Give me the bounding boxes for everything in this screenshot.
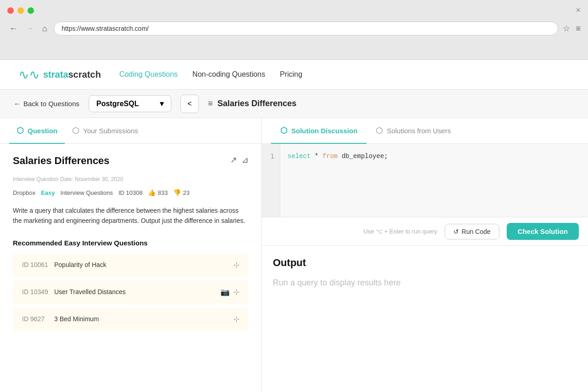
question-content: Salaries Differences ↗ ⊿ Interview Quest… — [0, 144, 261, 346]
question-title-text: Salaries Differences — [217, 99, 296, 108]
card-id: ID 9627 — [22, 315, 54, 323]
right-panel-tabs: ⬡ Solution Discussion ⬡ Solutions from U… — [262, 118, 588, 144]
card-name: Popularity of Hack — [54, 261, 233, 268]
close-traffic-light[interactable] — [7, 7, 14, 14]
left-panel-tabs: ⬡ Question ⬡ Your Submissions — [0, 118, 261, 144]
right-panel: ⬡ Solution Discussion ⬡ Solutions from U… — [262, 118, 588, 392]
question-description: Write a query that calculates the differ… — [13, 205, 249, 226]
thumbdown-icon[interactable]: 👎 — [173, 189, 181, 196]
star-icon[interactable]: ☆ — [563, 23, 570, 34]
site-header: ∿∿ stratascratch Coding Questions Non-co… — [0, 60, 588, 90]
keyword-select: select — [288, 153, 311, 160]
site-nav: Coding Questions Non-coding Questions Pr… — [119, 70, 302, 79]
user-solutions-tab-label: Solutions from Users — [387, 127, 451, 135]
maximize-traffic-light[interactable] — [28, 7, 34, 14]
code-star: * — [315, 153, 322, 160]
tag-difficulty: Easy — [41, 189, 55, 196]
back-button[interactable]: ← — [7, 22, 19, 35]
question-cards: ID 10061 Popularity of Hack ⊹ ID 10349 U… — [13, 253, 249, 335]
toolbar-right: ☆ ≡ — [563, 23, 581, 34]
vote-up-count: 833 — [158, 189, 168, 196]
recommended-title: Recommended Easy Interview Questions — [13, 239, 249, 247]
forward-button[interactable]: → — [24, 22, 36, 35]
list-item[interactable]: ID 10349 User Travelled Distances 📷 ⊹ — [13, 280, 249, 304]
editor-actions: Use ⌥ + Enter to run query ↺ Run Code Ch… — [262, 217, 588, 246]
vote-down-area: 👎 23 — [173, 189, 189, 196]
menu-icon[interactable]: ≡ — [576, 24, 581, 34]
bookmark-outline-icon[interactable]: ⊹ — [233, 261, 239, 269]
traffic-lights — [7, 7, 34, 14]
code-editor[interactable]: 1 select * from db_employee; — [262, 144, 588, 217]
tab-submissions[interactable]: ⬡ Your Submissions — [65, 118, 146, 144]
card-name: 3 Bed Minimum — [54, 315, 233, 323]
address-bar[interactable] — [54, 22, 559, 35]
minimize-traffic-light[interactable] — [17, 7, 24, 14]
list-item[interactable]: ID 9627 3 Bed Minimum ⊹ — [13, 307, 249, 331]
share-button[interactable]: ↗ — [230, 155, 237, 165]
tag-id: ID 10308 — [119, 189, 143, 196]
card-name: User Travelled Distances — [54, 288, 220, 295]
window-close-button[interactable]: × — [576, 6, 581, 15]
output-title: Output — [273, 257, 577, 269]
card-id: ID 10061 — [22, 261, 54, 268]
nav-coding-questions[interactable]: Coding Questions — [119, 70, 178, 79]
card-id: ID 10349 — [22, 288, 54, 295]
tag-company: Dropbox — [13, 189, 35, 196]
user-solutions-tab-icon: ⬡ — [376, 125, 383, 136]
nav-noncoding-questions[interactable]: Non-coding Questions — [192, 70, 265, 79]
back-to-questions-button[interactable]: ← Back to Questions — [14, 100, 79, 108]
run-code-button[interactable]: ↺ Run Code — [445, 224, 499, 239]
tag-category: Interview Questions — [61, 189, 113, 196]
left-panel: ⬡ Question ⬡ Your Submissions Salaries D… — [0, 118, 262, 392]
code-table: db_employee; — [342, 153, 388, 160]
tab-solution-discussion[interactable]: ⬡ Solution Discussion — [271, 118, 367, 144]
tab-question[interactable]: ⬡ Question — [9, 118, 65, 144]
submissions-tab-label: Your Submissions — [83, 127, 138, 135]
back-label: Back to Questions — [23, 100, 79, 108]
titlebar: × — [0, 0, 588, 19]
tab-user-solutions[interactable]: ⬡ Solutions from Users — [367, 118, 460, 144]
question-name: Salaries Differences — [13, 155, 109, 167]
browser-toolbar: ← → ⌂ ☆ ≡ — [0, 19, 588, 38]
vote-down-count: 23 — [183, 189, 189, 196]
submissions-tab-icon: ⬡ — [72, 125, 79, 136]
keyword-from: from — [322, 153, 338, 160]
logo[interactable]: ∿∿ stratascratch — [18, 67, 101, 82]
run-code-label: Run Code — [462, 228, 491, 235]
logo-text: stratascratch — [43, 69, 101, 80]
video-icon: 📷 — [220, 288, 230, 296]
card-icons: 📷 ⊹ — [220, 288, 239, 296]
back-arrow-icon: ← — [14, 100, 21, 108]
vote-up-area: 👍 833 — [148, 189, 168, 196]
question-tab-label: Question — [28, 127, 57, 135]
question-meta-date: Interview Question Date: November 30, 20… — [13, 176, 249, 182]
question-title-bar: ≡ Salaries Differences — [208, 99, 297, 108]
bookmark-button[interactable]: ⊿ — [242, 155, 249, 165]
card-icons: ⊹ — [233, 315, 239, 324]
card-icons: ⊹ — [233, 261, 239, 269]
db-select-value: PostgreSQL — [96, 100, 139, 108]
nav-chevron-button[interactable]: < — [181, 95, 199, 113]
check-solution-button[interactable]: Check Solution — [507, 223, 579, 240]
output-section: Output Run a query to display results he… — [262, 246, 588, 392]
chevron-left-icon: < — [187, 100, 192, 108]
home-button[interactable]: ⌂ — [40, 22, 49, 35]
question-tab-icon: ⬡ — [17, 125, 24, 136]
list-item[interactable]: ID 10061 Popularity of Hack ⊹ — [13, 253, 249, 277]
bookmark-outline-icon[interactable]: ⊹ — [233, 315, 239, 324]
line-numbers: 1 — [262, 144, 280, 217]
chevron-down-icon: ▾ — [160, 99, 164, 108]
database-select[interactable]: PostgreSQL ▾ — [89, 95, 171, 112]
solution-tab-icon: ⬡ — [280, 125, 288, 136]
nav-pricing[interactable]: Pricing — [280, 70, 302, 79]
share-bookmark-area: ↗ ⊿ — [230, 155, 249, 165]
thumbup-icon[interactable]: 👍 — [148, 189, 156, 196]
sub-header: ← Back to Questions PostgreSQL ▾ < ≡ Sal… — [0, 90, 588, 118]
question-tags: Dropbox Easy Interview Questions ID 1030… — [13, 189, 249, 196]
solution-tab-label: Solution Discussion — [291, 127, 357, 135]
bookmark-outline-icon[interactable]: ⊹ — [233, 288, 239, 296]
output-placeholder: Run a query to display results here — [273, 278, 577, 288]
main-content: ⬡ Question ⬡ Your Submissions Salaries D… — [0, 118, 588, 392]
browser-chrome: × ← → ⌂ ☆ ≡ — [0, 0, 588, 60]
code-area[interactable]: select * from db_employee; — [280, 144, 588, 217]
